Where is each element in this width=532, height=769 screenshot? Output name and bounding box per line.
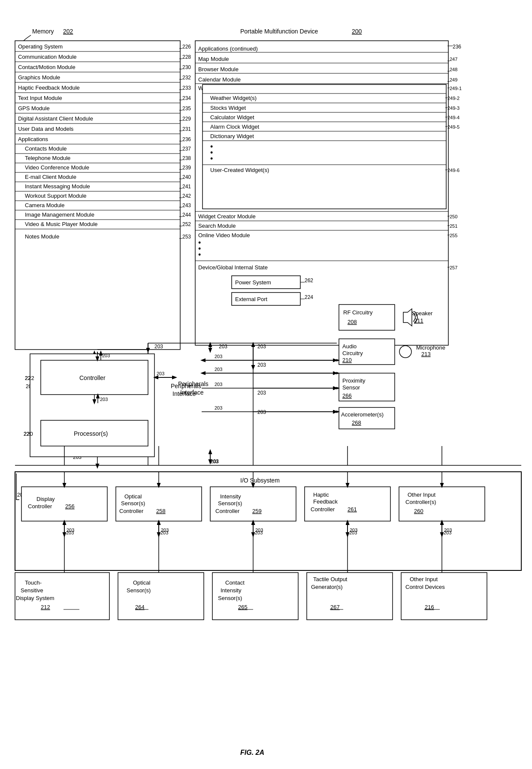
svg-text:Circuitry: Circuitry (342, 350, 363, 356)
svg-text:Sensor(s): Sensor(s) (218, 500, 242, 507)
svg-rect-82 (195, 41, 448, 345)
svg-text:•: • (210, 142, 213, 151)
svg-text:Controller: Controller (119, 508, 144, 514)
svg-text:266: 266 (342, 392, 352, 399)
svg-rect-306 (41, 360, 148, 395)
svg-text:Widget Modules: Widget Modules (198, 85, 239, 91)
svg-text:Feedback: Feedback (313, 498, 338, 505)
svg-text:251: 251 (450, 223, 457, 229)
svg-text:Processor(s): Processor(s) (74, 430, 108, 437)
svg-text:Touch-: Touch- (25, 579, 42, 586)
svg-text:203: 203 (210, 458, 219, 464)
svg-text:Graphics Module: Graphics Module (18, 74, 60, 81)
svg-text:Other Input: Other Input (408, 492, 435, 498)
svg-text:Speaker: Speaker (412, 310, 433, 317)
svg-text:231: 231 (182, 126, 191, 132)
svg-text:262: 262 (305, 277, 313, 283)
svg-text:233: 233 (182, 85, 191, 91)
svg-text:User Data and Models: User Data and Models (18, 126, 74, 132)
svg-text:249-2: 249-2 (447, 96, 459, 101)
svg-rect-104 (203, 84, 446, 209)
svg-text:Controller: Controller (215, 508, 240, 514)
svg-text:Power System: Power System (235, 279, 271, 286)
svg-rect-305 (30, 354, 154, 457)
svg-text:203: 203 (157, 371, 164, 376)
svg-text:234: 234 (182, 95, 191, 101)
svg-text:Telephone Module: Telephone Module (25, 155, 70, 161)
svg-text:Calculator Widget: Calculator Widget (210, 114, 254, 121)
svg-rect-232 (210, 487, 296, 521)
svg-text:264: 264 (135, 604, 145, 610)
svg-text:236: 236 (453, 44, 461, 50)
svg-text:249-1: 249-1 (450, 86, 462, 91)
svg-text:Sensitive: Sensitive (21, 587, 43, 594)
svg-text:224: 224 (305, 294, 313, 300)
svg-text:Search Module: Search Module (198, 223, 236, 229)
svg-rect-164 (339, 339, 395, 365)
svg-text:240: 240 (182, 174, 191, 180)
svg-text:256: 256 (65, 503, 75, 510)
svg-text:203: 203 (215, 405, 222, 410)
svg-text:Processor(s): Processor(s) (74, 430, 108, 437)
svg-text:Intensity: Intensity (220, 493, 241, 500)
svg-text:253: 253 (182, 234, 191, 240)
svg-text:241: 241 (182, 184, 191, 190)
svg-text:203: 203 (349, 530, 357, 535)
svg-text:Contact: Contact (225, 579, 245, 586)
svg-text:Alarm Clock Widget: Alarm Clock Widget (210, 124, 260, 130)
svg-text:FIG. 2A: FIG. 2A (240, 749, 264, 756)
svg-text:203: 203 (73, 454, 82, 460)
svg-text:236: 236 (182, 136, 191, 142)
svg-text:220: 220 (24, 431, 33, 437)
svg-text:Accelerometer(s): Accelerometer(s) (341, 411, 384, 418)
svg-text:203: 203 (161, 528, 169, 533)
svg-text:203: 203 (257, 409, 266, 415)
svg-text:203: 203 (219, 344, 227, 350)
svg-text:Workout Support Module: Workout Support Module (25, 193, 87, 199)
svg-text:Haptic: Haptic (313, 492, 329, 498)
svg-text:203: 203 (255, 530, 263, 535)
svg-text:213: 213 (421, 351, 431, 357)
svg-point-168 (399, 346, 411, 358)
svg-rect-220 (15, 472, 521, 570)
svg-rect-266 (118, 573, 204, 620)
svg-rect-181 (41, 420, 148, 446)
svg-text:Widget Creator Module: Widget Creator Module (198, 213, 256, 220)
svg-text:244: 244 (182, 212, 191, 218)
svg-text:259: 259 (252, 508, 262, 514)
svg-text:235: 235 (182, 106, 191, 112)
svg-text:Communication Module: Communication Module (18, 54, 77, 60)
svg-text:Online Video Module: Online Video Module (198, 232, 250, 238)
svg-text:•: • (198, 244, 201, 253)
svg-rect-175 (339, 407, 395, 429)
svg-text:203: 203 (100, 397, 108, 402)
svg-rect-0 (15, 41, 180, 350)
svg-text:•: • (198, 238, 201, 247)
svg-text:203: 203 (215, 354, 222, 359)
svg-text:203: 203 (66, 528, 74, 533)
svg-text:I/O Subsystem: I/O Subsystem (240, 477, 280, 484)
svg-text:Weather Widget(s): Weather Widget(s) (210, 95, 257, 101)
svg-text:232: 232 (182, 75, 191, 81)
svg-text:260: 260 (414, 508, 423, 514)
svg-text:200: 200 (352, 28, 362, 35)
svg-text:250: 250 (450, 214, 457, 219)
svg-text:268: 268 (352, 419, 361, 426)
svg-text:203: 203 (210, 459, 218, 464)
svg-text:Device/Global Internal State: Device/Global Internal State (198, 264, 268, 271)
svg-text:Dictionary Widget: Dictionary Widget (210, 133, 254, 139)
svg-text:Sensor(s): Sensor(s) (218, 595, 242, 601)
svg-text:Interface: Interface (172, 390, 196, 397)
svg-text:•: • (198, 250, 201, 259)
svg-rect-178 (41, 360, 148, 395)
svg-text:226: 226 (182, 44, 191, 50)
svg-text:203: 203 (160, 530, 168, 535)
svg-rect-312 (41, 420, 148, 446)
svg-text:228: 228 (182, 54, 191, 60)
svg-text:GPS Module: GPS Module (18, 105, 50, 112)
svg-text:Text Input Module: Text Input Module (18, 95, 62, 101)
svg-text:230: 230 (182, 64, 191, 70)
svg-text:243: 243 (182, 202, 191, 208)
svg-text:222: 222 (25, 375, 33, 381)
svg-text:Audio: Audio (342, 343, 357, 350)
